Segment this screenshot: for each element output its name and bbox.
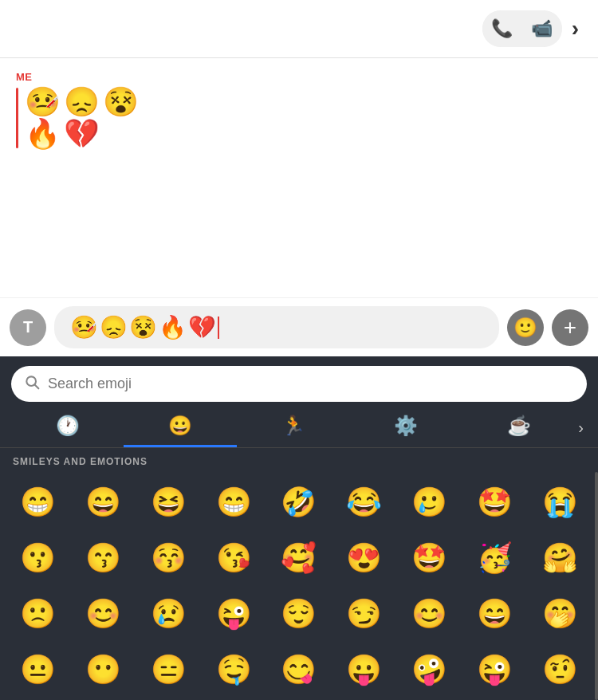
emoji-cell[interactable]: 😂 [332,475,396,529]
emoji-cell[interactable]: 😶 [72,643,136,697]
emoji-picker: 🕐 😀 🏃 ⚙️ ☕ › SMILEYS AND EMOTIONS 😁 😄 😆 … [0,356,598,700]
emoji-cell[interactable]: 😑 [137,643,201,697]
emoji-cell[interactable]: 😐 [6,643,70,697]
msg-emoji-5: 💔 [64,120,100,148]
tab-food[interactable]: ☕ [462,408,575,447]
video-button[interactable]: 📹 [522,10,562,47]
font-icon: T [23,318,33,336]
emoji-search-bar [0,356,598,408]
emoji-grid-wrapper: 😁 😄 😆 😁 🤣 😂 🥲 🤩 😭 😗 😙 😚 😘 🥰 😍 🤩 🥳 🤗 🙁 😊 … [0,472,598,700]
emoji-cell[interactable]: 😍 [332,531,396,585]
plus-icon: + [564,315,576,340]
message-emojis: 🤒 😞 😵 🔥 💔 [25,88,139,148]
msg-emoji-2: 😞 [64,88,100,116]
emoji-cell[interactable]: 😄 [462,587,526,641]
emoji-tabs: 🕐 😀 🏃 ⚙️ ☕ › [0,408,598,448]
emoji-cell[interactable]: 🤤 [202,643,266,697]
objects-icon: ⚙️ [394,415,418,437]
emoji-cell[interactable]: 😛 [332,643,396,697]
emoji-cell[interactable]: 🥲 [398,475,462,529]
emoji-cell[interactable]: 😊 [398,587,462,641]
search-icon [24,374,40,394]
search-input[interactable] [48,376,574,392]
message-bubble: 🤒 😞 😵 🔥 💔 [16,88,582,148]
emoji-cell[interactable]: 😁 [202,475,266,529]
emoji-cell[interactable]: 😜 [462,643,526,697]
emoji-cell[interactable]: 😭 [528,475,592,529]
msg-emoji-3: 😵 [103,88,139,116]
msg-emoji-4: 🔥 [25,120,61,148]
emoji-cell[interactable]: 😏 [332,587,396,641]
tab-smileys[interactable]: 😀 [124,408,236,447]
emoji-cell[interactable]: 🤩 [462,475,526,529]
search-input-wrapper[interactable] [11,366,587,402]
message-border [16,88,18,148]
header: 📞 📹 › [0,0,598,58]
emoji-cell[interactable]: 🤗 [528,531,592,585]
emoji-cell[interactable]: 🥰 [267,531,331,585]
emoji-cell[interactable]: 🤭 [528,587,592,641]
input-emoji-2: 😞 [100,314,128,340]
call-video-group: 📞 📹 [482,10,562,47]
input-emoji-5: 💔 [188,314,216,340]
emoji-cell[interactable]: 🤣 [267,475,331,529]
tab-recent[interactable]: 🕐 [11,408,124,447]
emoji-cell[interactable]: 🙁 [6,587,70,641]
input-emoji-1: 🤒 [70,314,98,340]
text-cursor [218,317,219,339]
emoji-picker-button[interactable]: 🙂 [507,309,544,346]
msg-emoji-1: 🤒 [25,88,61,116]
emoji-cell[interactable]: 😢 [137,587,201,641]
add-attachment-button[interactable]: + [552,309,588,346]
emoji-cell[interactable]: 😚 [137,531,201,585]
emoji-cell[interactable]: 🤪 [398,643,462,697]
header-actions: 📞 📹 › [482,10,585,48]
emoji-cell[interactable]: 😙 [72,531,136,585]
category-label: SMILEYS AND EMOTIONS [0,448,598,472]
input-area: T 🤒 😞 😵 🔥 💔 🙂 + [0,297,598,356]
message-input-box[interactable]: 🤒 😞 😵 🔥 💔 [54,306,499,348]
emoji-cell[interactable]: 😄 [72,475,136,529]
input-emojis: 🤒 😞 😵 🔥 💔 [70,314,219,340]
emoji-grid: 😁 😄 😆 😁 🤣 😂 🥲 🤩 😭 😗 😙 😚 😘 🥰 😍 🤩 🥳 🤗 🙁 😊 … [0,472,598,700]
emoji-cell[interactable]: 😘 [202,531,266,585]
food-icon: ☕ [507,415,531,437]
emoji-cell[interactable]: 🤩 [398,531,462,585]
emoji-cell[interactable]: 😜 [202,587,266,641]
emoji-cell[interactable]: 🤨 [528,643,592,697]
emoji-cell[interactable]: 😆 [137,475,201,529]
recent-icon: 🕐 [56,415,80,437]
call-button[interactable]: 📞 [482,10,522,47]
input-emoji-4: 🔥 [159,314,187,340]
activities-icon: 🏃 [281,415,305,437]
smiley-icon: 🙂 [513,317,537,339]
tab-activities[interactable]: 🏃 [237,408,349,447]
emoji-cell[interactable]: 🥳 [462,531,526,585]
more-button[interactable]: › [565,10,585,48]
emoji-row-1: 🤒 😞 😵 [25,88,139,116]
smiley-tab-icon: 😀 [168,415,192,437]
input-emoji-3: 😵 [129,314,157,340]
tab-objects[interactable]: ⚙️ [349,408,462,447]
message-sender: ME [16,71,582,83]
tabs-more-button[interactable]: › [575,419,587,437]
svg-line-1 [35,385,39,389]
emoji-cell[interactable]: 😊 [72,587,136,641]
emoji-cell[interactable]: 😗 [6,531,70,585]
chat-area: ME 🤒 😞 😵 🔥 💔 [0,58,598,297]
emoji-cell[interactable]: 😁 [6,475,70,529]
emoji-cell[interactable]: 😋 [267,643,331,697]
font-button[interactable]: T [10,309,46,346]
emoji-cell[interactable]: 😌 [267,587,331,641]
emoji-row-2: 🔥 💔 [25,120,139,148]
scrollbar[interactable] [595,472,598,700]
